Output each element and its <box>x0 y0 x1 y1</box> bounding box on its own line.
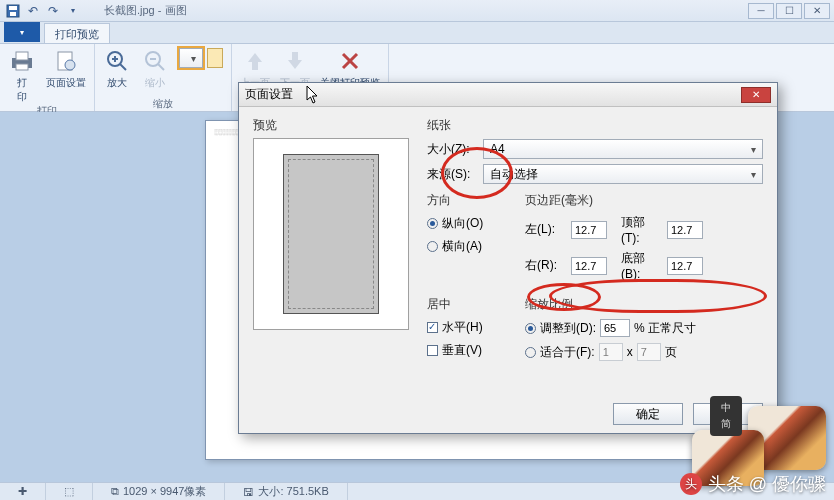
status-dimensions: ⧉ 1029 × 9947像素 <box>93 483 225 500</box>
paper-label: 纸张 <box>427 117 763 134</box>
bottom-margin-label: 底部(B): <box>621 250 663 281</box>
fit-to-label: 适合于(F): <box>540 344 595 361</box>
dialog-title: 页面设置 <box>245 86 293 103</box>
paper-section: 纸张 大小(Z): A4 来源(S): 自动选择 <box>427 117 763 184</box>
watermark-icon: 头 <box>680 473 702 495</box>
group-print: 打 印 页面设置 打印 <box>0 44 95 111</box>
print-button[interactable]: 打 印 <box>6 46 38 105</box>
undo-icon[interactable]: ↶ <box>24 3 42 19</box>
qat-dropdown-icon[interactable]: ▾ <box>64 3 82 19</box>
preview-column: 预览 <box>253 117 409 367</box>
ime-line2: 简 <box>721 417 731 431</box>
portrait-radio-row[interactable]: 纵向(O) <box>427 215 509 232</box>
horizontal-checkbox[interactable] <box>427 322 438 333</box>
printer-icon <box>8 47 36 75</box>
ribbon-tab-strip: ▾ 打印预览 <box>0 22 834 44</box>
vertical-checkbox[interactable] <box>427 345 438 356</box>
right-margin-label: 右(R): <box>525 257 567 274</box>
fit-to-radio[interactable] <box>525 347 536 358</box>
page-setup-dialog: 页面设置 ✕ 预览 纸张 大小(Z): A4 来源(S): <box>238 82 778 434</box>
svg-rect-2 <box>10 12 16 16</box>
preview-page-thumb <box>283 154 379 314</box>
svg-point-7 <box>65 60 75 70</box>
app-menu-button[interactable]: ▾ <box>4 22 40 42</box>
zoom-in-button[interactable]: 放大 <box>101 46 133 91</box>
center-label: 居中 <box>427 296 509 313</box>
watermark: 头 头条 @ 優你骤 <box>520 472 826 496</box>
vertical-label: 垂直(V) <box>442 342 482 359</box>
margins-group: 页边距(毫米) 左(L): 12.7 顶部(T): 12.7 右(R): 12.… <box>525 192 737 286</box>
adjust-to-label: 调整到(D): <box>540 320 596 337</box>
status-cursor: ✚ <box>0 483 46 500</box>
ime-indicator[interactable]: 中 简 <box>710 396 742 436</box>
fit-to-row[interactable]: 适合于(F): 1 x 7 页 <box>525 343 755 361</box>
ok-button[interactable]: 确定 <box>613 403 683 425</box>
zoom-out-icon <box>141 47 169 75</box>
group-zoom-label: 缩放 <box>101 98 225 110</box>
adjust-to-radio[interactable] <box>525 323 536 334</box>
window-controls: ─ ☐ ✕ <box>748 3 830 19</box>
tab-print-preview[interactable]: 打印预览 <box>44 23 110 43</box>
minimize-button[interactable]: ─ <box>748 3 774 19</box>
svg-rect-1 <box>9 6 17 10</box>
zoom-out-label: 缩小 <box>145 76 165 90</box>
group-zoom: 放大 缩小 缩放 <box>95 44 232 111</box>
zoom-in-icon <box>103 47 131 75</box>
fit-suffix: 页 <box>665 344 677 361</box>
one-page-button[interactable] <box>179 48 203 68</box>
paper-source-select[interactable]: 自动选择 <box>483 164 763 184</box>
dialog-buttons: 确定 取消 <box>253 395 763 425</box>
status-filesize: 🖫 大小: 751.5KB <box>225 483 347 500</box>
adjust-to-suffix: % 正常尺寸 <box>634 320 696 337</box>
maximize-button[interactable]: ☐ <box>776 3 802 19</box>
size-label: 大小(Z): <box>427 141 483 158</box>
right-margin-input[interactable]: 12.7 <box>571 257 607 275</box>
scale-group: 缩放比例 调整到(D): 65 % 正常尺寸 适合于(F): 1 x <box>525 296 755 367</box>
page-setup-button[interactable]: 页面设置 <box>44 46 88 91</box>
watermark-text: 头条 @ 優你骤 <box>708 472 826 496</box>
fit-x-label: x <box>627 345 633 359</box>
zoom-out-button[interactable]: 缩小 <box>139 46 171 91</box>
portrait-radio[interactable] <box>427 218 438 229</box>
orientation-group: 方向 纵向(O) 横向(A) <box>427 192 509 286</box>
center-group: 居中 水平(H) 垂直(V) <box>427 296 509 367</box>
arrow-up-icon <box>241 47 269 75</box>
page-setup-label: 页面设置 <box>46 76 86 90</box>
scale-label: 缩放比例 <box>525 296 755 313</box>
dialog-close-button[interactable]: ✕ <box>741 87 771 103</box>
ime-line1: 中 <box>721 401 731 415</box>
landscape-radio[interactable] <box>427 241 438 252</box>
dialog-titlebar: 页面设置 ✕ <box>239 83 777 107</box>
fit-height-input[interactable]: 7 <box>637 343 661 361</box>
svg-line-9 <box>120 64 126 70</box>
window-title: 长截图.jpg - 画图 <box>104 3 187 18</box>
preview-box <box>253 138 409 330</box>
portrait-label: 纵向(O) <box>442 215 483 232</box>
horizontal-label: 水平(H) <box>442 319 483 336</box>
preview-label: 预览 <box>253 117 409 134</box>
top-margin-input[interactable]: 12.7 <box>667 221 703 239</box>
page-view-buttons <box>177 46 225 70</box>
status-selection: ⬚ <box>46 483 93 500</box>
landscape-label: 横向(A) <box>442 238 482 255</box>
bottom-margin-input[interactable]: 12.7 <box>667 257 703 275</box>
print-label: 打 印 <box>17 76 27 104</box>
dialog-body: 预览 纸张 大小(Z): A4 来源(S): 自动选择 <box>239 107 777 433</box>
svg-line-13 <box>158 64 164 70</box>
left-margin-label: 左(L): <box>525 221 567 238</box>
close-button[interactable]: ✕ <box>804 3 830 19</box>
fit-width-input[interactable]: 1 <box>599 343 623 361</box>
left-margin-input[interactable]: 12.7 <box>571 221 607 239</box>
save-icon[interactable] <box>4 3 22 19</box>
vertical-check-row[interactable]: 垂直(V) <box>427 342 509 359</box>
margins-label: 页边距(毫米) <box>525 192 737 209</box>
two-page-button[interactable] <box>207 48 223 68</box>
redo-icon[interactable]: ↷ <box>44 3 62 19</box>
adjust-to-row[interactable]: 调整到(D): 65 % 正常尺寸 <box>525 319 755 337</box>
paper-size-select[interactable]: A4 <box>483 139 763 159</box>
horizontal-check-row[interactable]: 水平(H) <box>427 319 509 336</box>
status-size-text: 大小: 751.5KB <box>258 484 328 499</box>
landscape-radio-row[interactable]: 横向(A) <box>427 238 509 255</box>
adjust-to-input[interactable]: 65 <box>600 319 630 337</box>
close-icon <box>336 47 364 75</box>
